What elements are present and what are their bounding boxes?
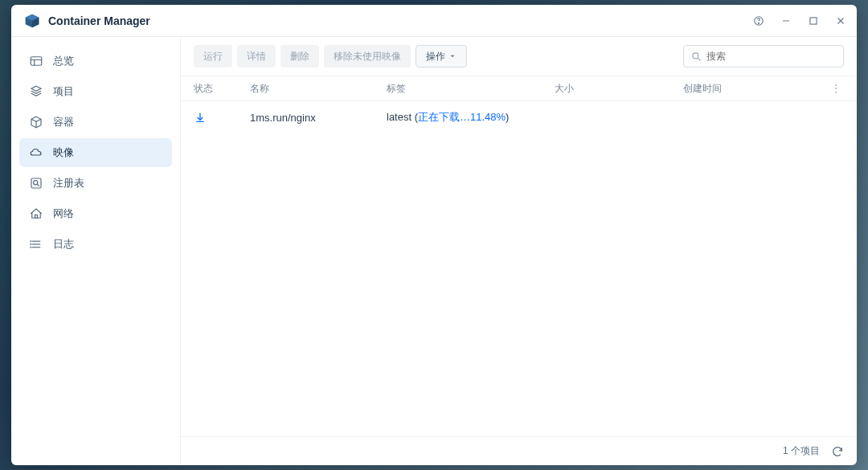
minimize-button[interactable]	[780, 14, 792, 27]
sidebar-item-network[interactable]: 网络	[19, 199, 172, 228]
search-box[interactable]	[683, 45, 844, 67]
log-icon	[29, 237, 43, 251]
app-icon	[24, 13, 40, 29]
svg-rect-6	[810, 17, 817, 23]
delete-button[interactable]: 删除	[280, 45, 319, 67]
table-row[interactable]: 1ms.run/nginx latest (正在下载…11.48%)	[181, 101, 857, 133]
svg-rect-9	[31, 57, 42, 66]
sidebar: 总览 项目 容器 映像 注册表 网络	[11, 37, 180, 465]
chevron-down-icon	[448, 52, 457, 60]
actions-label: 操作	[426, 50, 445, 63]
svg-rect-12	[31, 178, 41, 188]
footer: 1 个项目	[181, 436, 857, 465]
svg-line-23	[698, 58, 700, 60]
run-button[interactable]: 运行	[194, 45, 232, 67]
cell-tag: latest (正在下载…11.48%)	[387, 110, 555, 125]
svg-rect-15	[35, 215, 38, 219]
sidebar-item-image[interactable]: 映像	[19, 138, 172, 167]
main-content: 运行 详情 删除 移除未使用映像 操作 状态 名称 标签 大小 创	[180, 37, 857, 465]
project-icon	[29, 84, 43, 99]
sidebar-item-label: 网络	[53, 206, 74, 221]
image-icon	[29, 145, 43, 160]
sidebar-item-label: 总览	[53, 54, 74, 68]
refresh-button[interactable]	[831, 445, 844, 458]
titlebar: Container Manager	[11, 5, 857, 37]
download-progress-link[interactable]: 正在下载…11.48%	[418, 111, 506, 123]
sidebar-item-overview[interactable]: 总览	[19, 47, 172, 76]
column-menu[interactable]: ⋮	[828, 83, 844, 94]
table-header: 状态 名称 标签 大小 创建时间 ⋮	[181, 76, 857, 101]
close-button[interactable]	[834, 14, 847, 27]
search-input[interactable]	[706, 51, 837, 62]
cell-name: 1ms.run/nginx	[250, 112, 387, 124]
sidebar-item-label: 项目	[53, 84, 74, 99]
sidebar-item-label: 映像	[53, 145, 74, 160]
sidebar-item-label: 注册表	[53, 176, 84, 190]
registry-icon	[29, 176, 43, 190]
column-header-name[interactable]: 名称	[250, 82, 387, 96]
svg-point-21	[31, 247, 31, 247]
item-count: 1 个项目	[783, 444, 820, 458]
help-button[interactable]	[752, 14, 765, 27]
sidebar-item-label: 容器	[53, 115, 74, 129]
svg-point-20	[31, 244, 31, 245]
svg-point-4	[759, 22, 760, 23]
app-window: Container Manager 总览 项目 容器 映像	[11, 5, 857, 465]
actions-dropdown[interactable]: 操作	[416, 45, 467, 67]
sidebar-item-log[interactable]: 日志	[19, 230, 172, 259]
network-icon	[29, 206, 43, 221]
svg-point-19	[31, 241, 31, 242]
overview-icon	[29, 54, 43, 68]
column-header-created[interactable]: 创建时间	[683, 82, 828, 96]
remove-unused-button[interactable]: 移除未使用映像	[324, 45, 411, 67]
svg-point-22	[693, 53, 698, 59]
sidebar-item-registry[interactable]: 注册表	[19, 169, 172, 198]
column-header-tag[interactable]: 标签	[387, 82, 555, 96]
search-icon	[690, 51, 702, 62]
svg-line-14	[38, 185, 39, 186]
sidebar-item-container[interactable]: 容器	[19, 108, 172, 137]
sidebar-item-project[interactable]: 项目	[19, 77, 172, 106]
app-title: Container Manager	[48, 14, 150, 27]
svg-point-13	[34, 181, 38, 185]
column-header-size[interactable]: 大小	[555, 82, 683, 96]
maximize-button[interactable]	[807, 14, 820, 27]
download-icon	[194, 111, 250, 124]
sidebar-item-label: 日志	[53, 237, 74, 251]
details-button[interactable]: 详情	[237, 45, 276, 67]
container-icon	[29, 115, 43, 129]
toolbar: 运行 详情 删除 移除未使用映像 操作	[181, 37, 857, 76]
column-header-status[interactable]: 状态	[194, 82, 250, 96]
